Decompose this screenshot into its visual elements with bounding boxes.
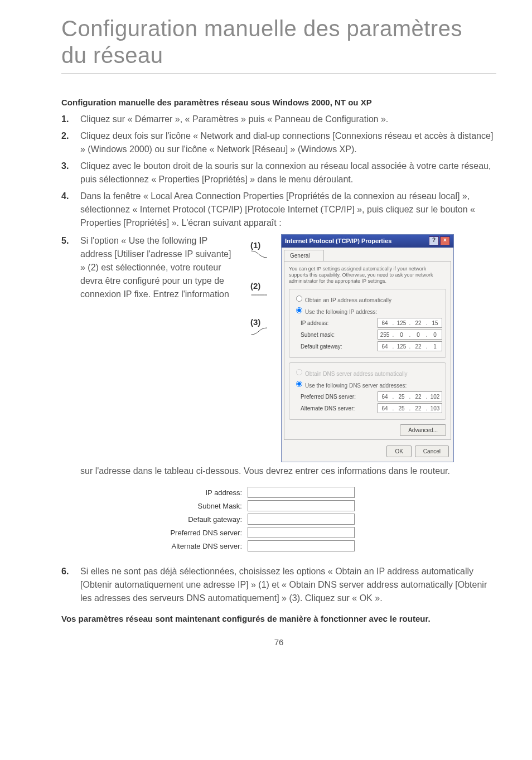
cancel-button[interactable]: Cancel	[415, 446, 449, 457]
step-number: 4.	[61, 190, 80, 230]
radio-obtain-dns	[296, 369, 302, 375]
ok-button[interactable]: OK	[386, 446, 411, 457]
help-icon[interactable]: ?	[429, 236, 439, 245]
close-icon[interactable]: ×	[440, 236, 450, 245]
callouts: (1) (2) (3)	[246, 234, 271, 338]
step-text: Dans la fenêtre « Local Area Connection …	[80, 190, 496, 230]
label-obtain-dns: Obtain DNS server address automatically	[305, 371, 407, 377]
subheading: Configuration manuelle des paramètres ré…	[61, 98, 496, 107]
label-use-ip: Use the following IP address:	[305, 309, 377, 315]
label-obtain-ip: Obtain an IP address automatically	[305, 297, 391, 303]
mask-field[interactable]: 255.0.0.0	[378, 330, 442, 340]
window-buttons: ? ×	[429, 236, 450, 245]
mini-label: Subnet Mask:	[147, 501, 248, 512]
tab-general[interactable]: General	[284, 250, 324, 261]
label-mask: Subnet mask:	[301, 331, 335, 339]
step-number: 5.	[61, 234, 80, 561]
label-pdns: Preferred DNS server:	[301, 393, 356, 401]
closing-text: Vos paramètres réseau sont maintenant co…	[61, 613, 496, 625]
dns-group: Obtain DNS server address automatically …	[289, 362, 446, 420]
page-title-line2: du réseau	[61, 42, 496, 68]
step-text: Si elles ne sont pas déjà sélectionnées,…	[80, 565, 496, 605]
label-ip: IP address:	[301, 319, 328, 327]
radio-use-ip[interactable]	[296, 307, 302, 313]
gateway-field[interactable]: 64.125.22.1	[378, 341, 442, 351]
step-number: 3.	[61, 159, 80, 186]
tcpip-note: You can get IP settings assigned automat…	[289, 266, 446, 285]
tcpip-title: Internet Protocol (TCP/IP) Properties	[285, 236, 391, 246]
mini-field-ip[interactable]	[248, 487, 355, 498]
mini-field-pdns[interactable]	[248, 527, 355, 538]
title-rule	[61, 74, 496, 74]
step-number: 2.	[61, 129, 80, 156]
ip-group: Obtain an IP address automatically Use t…	[289, 289, 446, 358]
label-gw: Default gateway:	[301, 342, 342, 351]
step5-left-text: Si l'option « Use the following IP addre…	[80, 234, 236, 301]
step-text: Cliquez sur « Démarrer », « Paramètres »…	[80, 113, 496, 126]
mini-label: IP address:	[147, 487, 248, 498]
step-number: 6.	[61, 565, 80, 605]
callout-1: (1)	[250, 240, 260, 250]
step-text: Cliquez avec le bouton droit de la souri…	[80, 159, 496, 186]
mini-label: Alternate DNS server:	[147, 541, 248, 552]
page-title-line1: Configuration manuelle des paramètres	[61, 16, 496, 41]
step-text: Cliquez deux fois sur l'icône « Network …	[80, 129, 496, 156]
mini-field-mask[interactable]	[248, 500, 355, 511]
mini-label: Preferred DNS server:	[147, 527, 248, 539]
ip-field[interactable]: 64.125.22.15	[378, 318, 442, 328]
step-number: 1.	[61, 113, 80, 126]
radio-use-dns[interactable]	[296, 381, 302, 387]
page-number: 76	[61, 637, 496, 647]
radio-obtain-ip[interactable]	[296, 296, 302, 302]
label-use-dns: Use the following DNS server addresses:	[305, 383, 407, 389]
callout-2: (2)	[250, 281, 260, 291]
step5-after-text: sur l'adresse dans le tableau ci-dessous…	[80, 464, 496, 478]
mini-field-adns[interactable]	[248, 540, 355, 551]
adns-field[interactable]: 64.25.22.103	[378, 403, 442, 413]
callout-3: (3)	[250, 317, 260, 327]
mini-form: IP address: Subnet Mask: Default gateway…	[147, 487, 496, 551]
advanced-button[interactable]: Advanced...	[400, 424, 446, 436]
pdns-field[interactable]: 64.25.22.102	[378, 391, 442, 401]
mini-label: Default gateway:	[147, 514, 248, 525]
label-adns: Alternate DNS server:	[301, 404, 355, 413]
mini-field-gw[interactable]	[248, 514, 355, 525]
tcpip-dialog: Internet Protocol (TCP/IP) Properties ? …	[281, 234, 454, 462]
